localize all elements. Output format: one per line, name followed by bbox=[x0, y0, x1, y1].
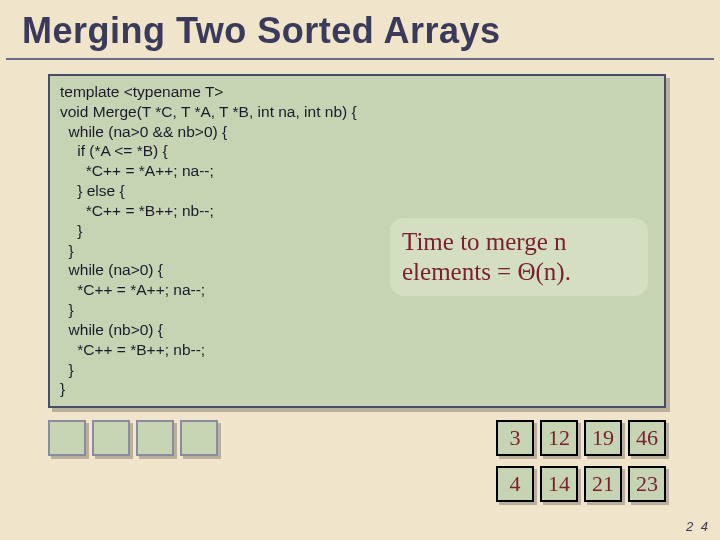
callout-line-1: Time to merge n bbox=[402, 227, 648, 258]
callout-text: elements = bbox=[402, 258, 517, 285]
array-cell: 19 bbox=[584, 420, 622, 456]
array-cell: 12 bbox=[540, 420, 578, 456]
array-cell: 46 bbox=[628, 420, 666, 456]
array-cell: 23 bbox=[628, 466, 666, 502]
input-array-a: 3 12 19 46 bbox=[496, 420, 666, 456]
callout-text: . bbox=[565, 258, 571, 285]
callout-n: n bbox=[554, 228, 567, 255]
code-block: template <typename T> void Merge(T *C, T… bbox=[48, 74, 666, 408]
output-array bbox=[48, 420, 218, 456]
page-number: 2 4 bbox=[686, 519, 710, 534]
array-cell bbox=[136, 420, 174, 456]
callout-theta: Θ(n) bbox=[517, 258, 564, 285]
array-cell: 3 bbox=[496, 420, 534, 456]
callout-line-2: elements = Θ(n). bbox=[402, 257, 648, 288]
array-cell: 14 bbox=[540, 466, 578, 502]
input-array-b: 4 14 21 23 bbox=[496, 466, 666, 502]
array-cell bbox=[48, 420, 86, 456]
array-cell: 21 bbox=[584, 466, 622, 502]
slide-title: Merging Two Sorted Arrays bbox=[6, 0, 714, 60]
array-cell: 4 bbox=[496, 466, 534, 502]
complexity-callout: Time to merge n elements = Θ(n). bbox=[390, 218, 648, 296]
callout-text: Time to merge bbox=[402, 228, 554, 255]
array-cell bbox=[180, 420, 218, 456]
array-cell bbox=[92, 420, 130, 456]
